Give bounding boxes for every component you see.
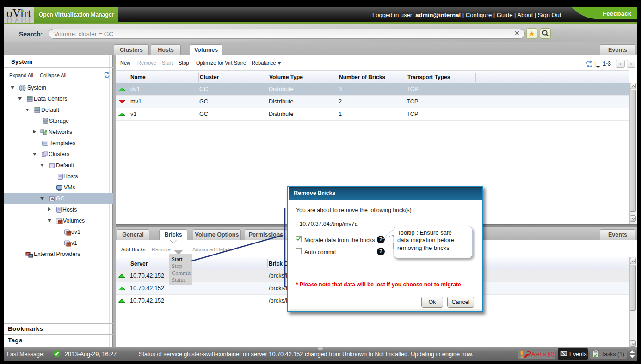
svg-text:G: G [51, 197, 54, 201]
